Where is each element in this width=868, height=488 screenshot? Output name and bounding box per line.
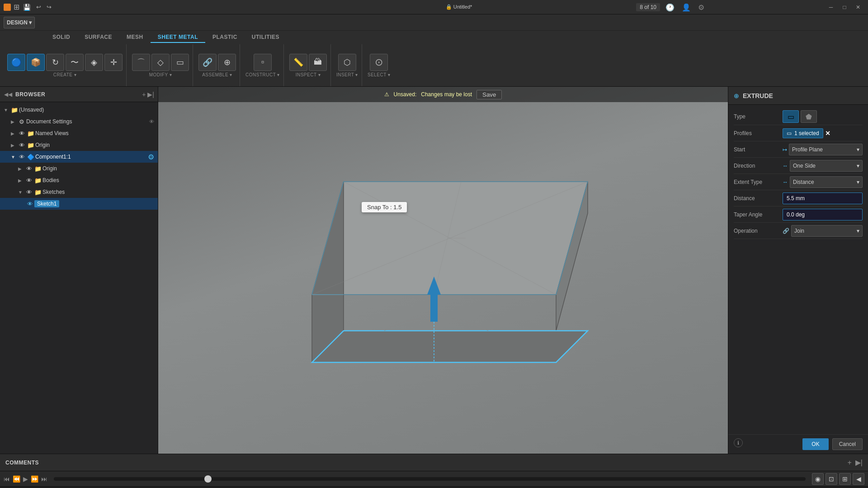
tab-solid[interactable]: SOLID bbox=[45, 32, 77, 43]
anim-first-btn[interactable]: ⏮ bbox=[4, 475, 10, 483]
anim-prev-btn[interactable]: ⏪ bbox=[13, 475, 20, 483]
distance-input[interactable] bbox=[783, 192, 863, 204]
joint-origin-btn[interactable]: ⊕ bbox=[218, 54, 236, 71]
info-icon[interactable]: ℹ bbox=[734, 438, 743, 447]
save-btn[interactable]: 💾 bbox=[21, 2, 33, 12]
taper-input[interactable] bbox=[783, 209, 863, 221]
extent-row: Extent Type ↔ Distance ▾ bbox=[734, 174, 863, 190]
modify-label[interactable]: MODIFY ▾ bbox=[149, 72, 172, 77]
save-button[interactable]: Save bbox=[476, 90, 502, 99]
profiles-icon: ▭ bbox=[787, 130, 792, 136]
tree-item-named-views[interactable]: ▶ 👁 📁 Named Views bbox=[0, 127, 158, 139]
undo-btn[interactable]: ↩ bbox=[34, 2, 43, 12]
user-icon[interactable]: 👤 bbox=[680, 2, 693, 13]
menu-grid-icon[interactable]: ⊞ bbox=[14, 3, 19, 11]
tree-item-sketches[interactable]: ▼ 👁 📁 Sketches bbox=[0, 186, 158, 198]
minimize-btn[interactable]: ─ bbox=[825, 2, 837, 12]
anim-collapse-btn[interactable]: ◀ bbox=[853, 473, 864, 485]
extent-label: Extent Type bbox=[734, 179, 779, 185]
anim-timeline[interactable] bbox=[54, 477, 806, 481]
inspect-label[interactable]: INSPECT ▾ bbox=[296, 72, 321, 77]
tab-utilities[interactable]: UTILITIES bbox=[245, 32, 287, 43]
select-btn[interactable]: ⊙ bbox=[370, 54, 388, 71]
browser-collapse[interactable]: ▶| bbox=[147, 91, 154, 98]
operation-dropdown-icon: ▾ bbox=[857, 228, 859, 234]
fillet-btn[interactable]: ⌒ bbox=[132, 54, 150, 71]
tree-arrow-component: ▼ bbox=[11, 155, 17, 160]
comments-add-btn[interactable]: + bbox=[848, 459, 852, 467]
distance-value bbox=[783, 192, 863, 204]
section-analysis-btn[interactable]: 🏔 bbox=[309, 54, 327, 71]
operation-select[interactable]: Join ▾ bbox=[791, 225, 863, 237]
component-gear-icon[interactable]: ⚙ bbox=[148, 153, 154, 161]
profiles-selected-btn[interactable]: ▭ 1 selected bbox=[783, 128, 823, 138]
cancel-button[interactable]: Cancel bbox=[832, 438, 863, 450]
tree-item-sketch1[interactable]: 👁 Sketch1 bbox=[0, 198, 158, 210]
anim-thumb[interactable] bbox=[204, 475, 212, 483]
svg-rect-14 bbox=[430, 295, 438, 322]
ok-button[interactable]: OK bbox=[802, 438, 828, 450]
insert-mesh-btn[interactable]: ⬡ bbox=[338, 54, 356, 71]
unsaved-sub: Changes may be lost bbox=[421, 91, 472, 98]
tab-sheet-metal[interactable]: SHEET METAL bbox=[151, 32, 205, 43]
tree-item-doc-settings[interactable]: ▶ ⚙ Document Settings 👁 bbox=[0, 116, 158, 127]
browser-add[interactable]: + bbox=[142, 91, 146, 98]
close-btn[interactable]: ✕ bbox=[852, 2, 864, 12]
construct-label[interactable]: CONSTRUCT ▾ bbox=[245, 72, 280, 77]
tree-eye-sketch1: 👁 bbox=[25, 201, 34, 207]
tree-icon-folder-sketches: 📁 bbox=[33, 189, 42, 196]
extent-select[interactable]: Distance ▾ bbox=[790, 176, 863, 188]
tab-plastic[interactable]: PLASTIC bbox=[205, 32, 245, 43]
measure-btn[interactable]: 📏 bbox=[289, 54, 307, 71]
type-btn-1[interactable]: ▭ bbox=[783, 110, 799, 123]
assemble-label[interactable]: ASSEMBLE ▾ bbox=[202, 72, 232, 77]
tree-item-origin-comp[interactable]: ▶ 👁 📁 Origin bbox=[0, 163, 158, 174]
anim-mode-btn1[interactable]: ◉ bbox=[812, 473, 824, 485]
start-row: Start ↦ Profile Plane ▾ bbox=[734, 141, 863, 158]
browser-back[interactable]: ◀◀ bbox=[4, 90, 13, 99]
tab-mesh[interactable]: MESH bbox=[119, 32, 151, 43]
notification-count: 8 of 10 bbox=[636, 3, 660, 11]
anim-play-btn[interactable]: ▶ bbox=[23, 475, 28, 483]
create-label[interactable]: CREATE ▾ bbox=[53, 72, 77, 77]
sweep-btn[interactable]: 〜 bbox=[66, 54, 84, 71]
anim-next-btn[interactable]: ⏩ bbox=[31, 475, 38, 483]
maximize-btn[interactable]: □ bbox=[838, 2, 851, 12]
tree-arrow: ▼ bbox=[4, 108, 10, 113]
shell-btn[interactable]: ▭ bbox=[171, 54, 189, 71]
type-btn-2[interactable]: ⬟ bbox=[801, 110, 817, 123]
anim-mode-btn3[interactable]: ⊞ bbox=[839, 473, 851, 485]
select-row: ⊙ bbox=[370, 54, 388, 71]
joint-btn[interactable]: 🔗 bbox=[198, 54, 217, 71]
browser-nav: ◀◀ bbox=[4, 90, 13, 99]
design-dropdown[interactable]: DESIGN ▾ bbox=[4, 17, 35, 28]
extrude-title: EXTRUDE bbox=[743, 92, 863, 99]
tree-eye-comp: 👁 bbox=[17, 154, 26, 160]
profiles-clear-btn[interactable]: ✕ bbox=[825, 130, 830, 137]
plane-btn[interactable]: ▫ bbox=[254, 54, 272, 71]
start-value: ↦ Profile Plane ▾ bbox=[783, 144, 863, 155]
extrude-btn[interactable]: 📦 bbox=[27, 54, 45, 71]
tree-item-bodies[interactable]: ▶ 👁 📁 Bodies bbox=[0, 174, 158, 186]
anim-last-btn[interactable]: ⏭ bbox=[41, 475, 47, 483]
help-btn[interactable]: 🕐 bbox=[664, 2, 676, 13]
insert-label[interactable]: INSERT ▾ bbox=[336, 72, 358, 77]
start-select[interactable]: Profile Plane ▾ bbox=[789, 144, 863, 155]
tree-item-origin-top[interactable]: ▶ 👁 📁 Origin bbox=[0, 139, 158, 151]
loft-btn[interactable]: ◈ bbox=[85, 54, 103, 71]
revolve-btn[interactable]: ↻ bbox=[46, 54, 64, 71]
tab-surface[interactable]: SURFACE bbox=[77, 32, 119, 43]
anim-mode-btn2[interactable]: ⊡ bbox=[826, 473, 837, 485]
settings-btn[interactable]: ⚙ bbox=[696, 2, 706, 13]
redo-btn[interactable]: ↪ bbox=[45, 2, 53, 12]
tree-item-component1[interactable]: ▼ 👁 🔷 Component1:1 ⚙ bbox=[0, 151, 158, 163]
viewport[interactable]: ⚠ Unsaved: Changes may be lost Save bbox=[158, 87, 728, 454]
chamfer-btn[interactable]: ◇ bbox=[151, 54, 170, 71]
comments-collapse-btn[interactable]: ▶| bbox=[855, 458, 863, 467]
direction-select[interactable]: One Side ▾ bbox=[790, 160, 863, 172]
tree-item-unsaved[interactable]: ▼ 📁 (Unsaved) bbox=[0, 104, 158, 116]
tree-icon-folder: 📁 bbox=[10, 107, 19, 113]
move-btn[interactable]: ✛ bbox=[104, 54, 123, 71]
new-component-btn[interactable]: 🔵 bbox=[7, 54, 25, 71]
select-label[interactable]: SELECT ▾ bbox=[368, 72, 391, 77]
